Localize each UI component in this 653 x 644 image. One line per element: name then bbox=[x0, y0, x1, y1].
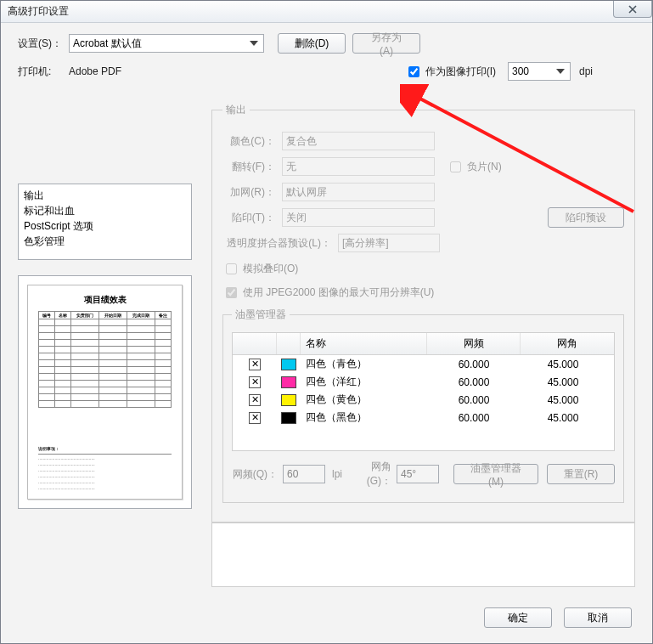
printer-row: 打印机: Adobe PDF 作为图像打印(I) 300 dpi bbox=[18, 62, 635, 81]
print-as-image-input[interactable] bbox=[408, 66, 419, 77]
ink-enabled-icon: ✕ bbox=[249, 412, 261, 424]
ink-angle: 45.000 bbox=[521, 394, 614, 406]
reset-button: 重置(R) bbox=[547, 464, 615, 484]
freq-input bbox=[283, 465, 325, 483]
ink-name: 四色（洋红） bbox=[301, 375, 427, 389]
trap-preset-button: 陷印预设 bbox=[548, 207, 624, 228]
flip-select: 无 bbox=[282, 157, 435, 176]
ink-name: 四色（黑色） bbox=[301, 410, 427, 425]
trap-label: 陷印(T)： bbox=[222, 211, 282, 225]
right-panel: 输出 颜色(C)： 复合色 翻转(F)： 无 负片(N) 加网(R)： 默认网屏… bbox=[211, 103, 635, 531]
ink-swatch bbox=[281, 359, 296, 370]
section-list[interactable]: 输出 标记和出血 PostScript 选项 色彩管理 bbox=[18, 184, 192, 260]
output-fieldset: 输出 颜色(C)： 复合色 翻转(F)： 无 负片(N) 加网(R)： 默认网屏… bbox=[211, 103, 635, 523]
section-item[interactable]: 输出 bbox=[24, 188, 186, 203]
section-item[interactable]: 色彩管理 bbox=[24, 234, 186, 249]
ink-name: 四色（黄色） bbox=[301, 393, 427, 407]
ink-manager-button: 油墨管理器(M) bbox=[453, 464, 538, 484]
ink-row[interactable]: ✕四色（黄色）60.00045.000 bbox=[233, 391, 614, 409]
dpi-unit: dpi bbox=[579, 65, 593, 77]
titlebar: 高级打印设置 bbox=[1, 1, 652, 23]
simulate-overprint-input bbox=[226, 263, 237, 274]
ink-angle: 45.000 bbox=[521, 359, 614, 370]
dpi-select[interactable]: 300 bbox=[508, 62, 571, 81]
use-jpeg2000-input bbox=[226, 287, 237, 298]
settings-select[interactable]: Acrobat 默认值 bbox=[69, 34, 264, 53]
ink-enabled-icon: ✕ bbox=[249, 359, 261, 370]
ink-enabled-icon: ✕ bbox=[249, 376, 261, 388]
flattener-select: [高分辨率] bbox=[338, 234, 440, 252]
negative-checkbox: 负片(N) bbox=[447, 159, 502, 175]
use-jpeg2000-checkbox: 使用 JPEG2000 图像的最大可用分辨率(U) bbox=[222, 285, 434, 301]
print-as-image-checkbox[interactable]: 作为图像打印(I) bbox=[405, 64, 496, 80]
ink-manager-legend: 油墨管理器 bbox=[232, 308, 290, 322]
description-box bbox=[211, 523, 635, 587]
ink-row[interactable]: ✕四色（黑色）60.00045.000 bbox=[233, 409, 614, 427]
flip-label: 翻转(F)： bbox=[222, 160, 282, 174]
cancel-button[interactable]: 取消 bbox=[564, 607, 632, 628]
ink-freq: 60.000 bbox=[427, 394, 521, 406]
preview-footer: 说明事项： ··································… bbox=[38, 446, 172, 492]
section-item[interactable]: 标记和出血 bbox=[24, 203, 186, 218]
ink-swatch bbox=[281, 412, 296, 424]
ink-table: 名称 网频 网角 ✕四色（青色）60.00045.000✕四色（洋红）60.00… bbox=[232, 332, 615, 451]
ink-freq: 60.000 bbox=[427, 412, 521, 424]
left-panel: 输出 标记和出血 PostScript 选项 色彩管理 项目绩效表 编号名称 负… bbox=[18, 184, 192, 509]
close-button[interactable] bbox=[613, 1, 652, 18]
color-label: 颜色(C)： bbox=[222, 134, 282, 149]
saveas-button[interactable]: 另存为(A) bbox=[352, 33, 420, 54]
negative-input bbox=[450, 161, 461, 172]
ink-row[interactable]: ✕四色（青色）60.00045.000 bbox=[233, 355, 614, 373]
ink-swatch bbox=[281, 376, 296, 388]
ink-table-body: ✕四色（青色）60.00045.000✕四色（洋红）60.00045.000✕四… bbox=[233, 355, 614, 450]
page-preview: 项目绩效表 编号名称 负责部门开始日期 完成日期备注 bbox=[18, 275, 192, 509]
ink-row[interactable]: ✕四色（洋红）60.00045.000 bbox=[233, 373, 614, 391]
dialog-window: 高级打印设置 设置(S)： Acrobat 默认值 删除(D) 另存为(A) 打… bbox=[0, 0, 653, 644]
trap-select: 关闭 bbox=[282, 208, 435, 227]
delete-button[interactable]: 删除(D) bbox=[278, 33, 346, 54]
freq-label: 网频(Q)： bbox=[232, 467, 283, 482]
printer-label: 打印机: bbox=[18, 65, 69, 79]
ink-swatch bbox=[281, 394, 296, 406]
ink-name: 四色（青色） bbox=[301, 357, 427, 371]
screen-label: 加网(R)： bbox=[222, 185, 282, 200]
ink-angle: 45.000 bbox=[521, 412, 614, 424]
angle-input bbox=[397, 465, 439, 483]
settings-label: 设置(S)： bbox=[18, 37, 69, 51]
ink-table-header: 名称 网频 网角 bbox=[233, 333, 614, 355]
ink-freq: 60.000 bbox=[427, 376, 521, 388]
close-icon bbox=[628, 5, 637, 14]
settings-row: 设置(S)： Acrobat 默认值 删除(D) 另存为(A) bbox=[18, 33, 635, 54]
flattener-label: 透明度拼合器预设(L)： bbox=[222, 236, 338, 251]
dialog-buttons: 确定 取消 bbox=[484, 607, 632, 628]
ink-enabled-icon: ✕ bbox=[249, 394, 261, 406]
section-item[interactable]: PostScript 选项 bbox=[24, 218, 186, 234]
color-select: 复合色 bbox=[282, 132, 435, 150]
ink-angle: 45.000 bbox=[521, 376, 614, 388]
screen-select: 默认网屏 bbox=[282, 183, 435, 201]
ink-freq: 60.000 bbox=[427, 359, 521, 370]
printer-value: Adobe PDF bbox=[69, 65, 239, 77]
ink-manager-fieldset: 油墨管理器 名称 网频 网角 ✕四色（青色）60.00045.000✕四色（洋红… bbox=[222, 308, 624, 503]
preview-page: 项目绩效表 编号名称 负责部门开始日期 完成日期备注 bbox=[27, 285, 183, 500]
window-title: 高级打印设置 bbox=[8, 4, 69, 19]
preview-table: 编号名称 负责部门开始日期 完成日期备注 bbox=[38, 311, 172, 408]
ok-button[interactable]: 确定 bbox=[484, 607, 552, 628]
output-legend: 输出 bbox=[222, 103, 250, 117]
simulate-overprint-checkbox: 模拟叠印(O) bbox=[222, 261, 298, 277]
angle-label: 网角(G)： bbox=[349, 460, 397, 489]
